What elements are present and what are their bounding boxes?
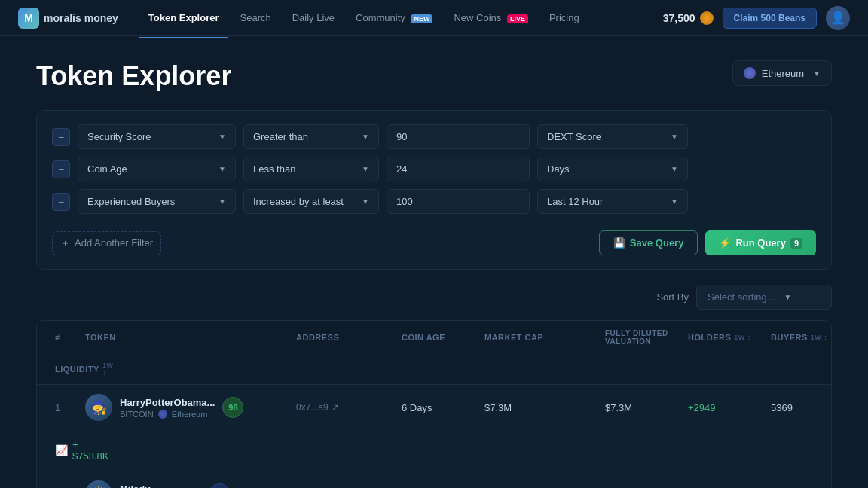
chevron-down-icon: ▼ [813, 69, 821, 78]
run-query-button[interactable]: ⚡ Run Query 9 [705, 230, 816, 255]
market-cap: $88.9M [478, 480, 599, 489]
filter-row-3: − Experienced Buyers ▼ Increased by at l… [52, 189, 816, 214]
th-buyers[interactable]: BUYERS 1W ↕ [765, 321, 832, 354]
run-query-count: 9 [790, 238, 802, 249]
filter-condition-2[interactable]: Less than ▼ [243, 157, 379, 181]
chevron-down-icon: ▼ [671, 197, 678, 206]
filter-value-2[interactable] [387, 157, 530, 181]
filter-actions: 💾 Save Query ⚡ Run Query 9 [599, 230, 816, 255]
nav-search[interactable]: Search [231, 8, 280, 28]
buyers: 5369 [765, 393, 832, 422]
filter-panel: − Security Score ▼ Greater than ▼ DEXT S… [36, 110, 832, 270]
liquidity: 📈 + $753.8K [49, 430, 79, 471]
token-info: HarryPotterObama... BITCOIN Ethereum [120, 397, 215, 419]
address-cell: 0x7...a9 ↗ [290, 393, 396, 422]
token-cell: 👸 Milady LADYS Ethereum 99 [79, 471, 290, 488]
chevron-down-icon: ▼ [219, 133, 226, 141]
filter-extra-1[interactable]: DEXT Score ▼ [537, 124, 688, 149]
token-chain: Ethereum [172, 410, 208, 419]
nav-pricing[interactable]: Pricing [540, 8, 588, 28]
chevron-down-icon: ▼ [671, 133, 678, 141]
network-name: Ethereum [762, 68, 804, 79]
nav-links: Token Explorer Search Daily Live Communi… [139, 8, 663, 28]
token-info: Milady LADYS Ethereum [120, 483, 201, 489]
chevron-down-icon: ▼ [219, 197, 226, 206]
token-sub: BITCOIN Ethereum [120, 410, 215, 419]
filter-extra-2[interactable]: Days ▼ [537, 157, 688, 181]
th-coin-age: COIN AGE [396, 321, 478, 354]
holders: +2949 [682, 393, 765, 422]
filter-row-2: − Coin Age ▼ Less than ▼ Days ▼ [52, 157, 816, 181]
filter-extra-3[interactable]: Last 12 Hour ▼ [537, 189, 688, 214]
filter-field-3[interactable]: Experienced Buyers ▼ [78, 189, 236, 214]
page-title: Token Explorer [36, 60, 231, 92]
token-ticker: BITCOIN [120, 410, 154, 419]
token-name: HarryPotterObama... [120, 397, 215, 408]
coin-age: 6 Days [396, 393, 478, 422]
table-header: # TOKEN ADDRESS COIN AGE MARKET CAP FULL… [37, 321, 831, 385]
token-avatar: 🧙 [85, 394, 112, 421]
nav-right: 37,500 Claim 500 Beans 👤 [663, 6, 850, 30]
th-fdv: FULLY DILUTED VALUATION [599, 321, 682, 354]
th-holders[interactable]: HOLDERS 1W ↕ [682, 321, 765, 354]
nav-daily-live[interactable]: Daily Live [283, 8, 344, 28]
navbar: M moralis money Token Explorer Search Da… [0, 0, 868, 36]
chevron-down-icon: ▼ [219, 165, 226, 173]
claim-beans-button[interactable]: Claim 500 Beans [723, 8, 817, 29]
remove-filter-2[interactable]: − [52, 160, 70, 178]
token-name: Milady [120, 483, 201, 489]
filter-condition-3[interactable]: Increased by at least ▼ [243, 189, 379, 214]
nav-logo[interactable]: M moralis money [18, 8, 118, 29]
filter-condition-1[interactable]: Greater than ▼ [243, 124, 379, 149]
bean-count: 37,500 [663, 11, 714, 25]
user-avatar[interactable]: 👤 [826, 6, 850, 30]
add-filter-button[interactable]: ＋ Add Another Filter [52, 231, 161, 255]
remove-filter-1[interactable]: − [52, 128, 70, 146]
th-liquidity[interactable]: LIQUIDITY 1W ↕ [49, 354, 79, 384]
nav-token-explorer[interactable]: Token Explorer [139, 8, 228, 28]
external-link-icon[interactable]: ↗ [332, 402, 339, 413]
score-badge: 99 [209, 483, 230, 488]
filter-field-2[interactable]: Coin Age ▼ [78, 157, 236, 181]
save-query-button[interactable]: 💾 Save Query [599, 230, 698, 255]
logo-text: moralis money [44, 12, 118, 24]
fdv: $88.9M [599, 480, 682, 489]
nav-community[interactable]: Community NEW [347, 8, 442, 28]
bean-icon [700, 11, 714, 25]
chain-icon [158, 410, 167, 419]
token-avatar: 👸 [85, 480, 112, 488]
sort-by-label: Sort By [656, 291, 689, 303]
th-token: TOKEN [79, 321, 290, 354]
logo-icon: M [18, 8, 39, 29]
page-header: Token Explorer Ethereum ▼ [36, 60, 832, 92]
address-text: 0x7...a9 [296, 402, 329, 413]
row-num: 2 [49, 480, 79, 489]
run-icon: ⚡ [719, 237, 731, 249]
fdv: $7.3M [599, 393, 682, 422]
filter-value-1[interactable] [387, 124, 530, 149]
buyers: 14743 [765, 480, 832, 489]
chevron-down-icon: ▼ [784, 293, 792, 301]
address-cell: 0x1...bf ↗ [290, 480, 396, 488]
new-coins-badge: LIVE [507, 14, 528, 23]
nav-new-coins[interactable]: New Coins LIVE [445, 8, 537, 28]
filter-field-1[interactable]: Security Score ▼ [78, 124, 236, 149]
ethereum-icon [744, 67, 756, 79]
sort-select[interactable]: Select sorting... ▼ [696, 285, 832, 310]
remove-filter-3[interactable]: − [52, 193, 70, 211]
chevron-down-icon: ▼ [362, 165, 369, 173]
th-num: # [49, 321, 79, 354]
row-num: 1 [49, 393, 79, 422]
filter-value-3[interactable] [387, 189, 530, 214]
token-table: # TOKEN ADDRESS COIN AGE MARKET CAP FULL… [36, 320, 832, 488]
score-badge: 98 [222, 397, 243, 418]
table-row[interactable]: 2 👸 Milady LADYS Ethereum 99 0x1...bf ↗ … [37, 471, 831, 488]
chevron-down-icon: ▼ [362, 197, 369, 206]
th-market-cap: MARKET CAP [478, 321, 599, 354]
chevron-down-icon: ▼ [362, 133, 369, 141]
th-address: ADDRESS [290, 321, 396, 354]
table-row[interactable]: 1 🧙 HarryPotterObama... BITCOIN Ethereum… [37, 385, 831, 471]
community-badge: NEW [411, 14, 432, 23]
network-selector[interactable]: Ethereum ▼ [732, 60, 832, 86]
plus-icon: ＋ [60, 236, 70, 250]
